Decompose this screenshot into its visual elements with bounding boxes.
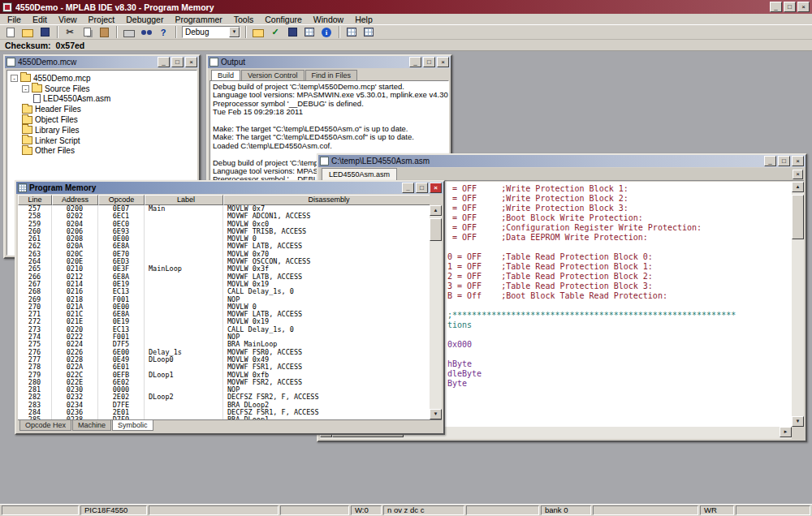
build-button[interactable]: ✓ xyxy=(267,26,283,39)
menu-debugger[interactable]: Debugger xyxy=(120,15,169,24)
program-memory-maximize-button[interactable]: □ xyxy=(416,183,428,193)
paste-button[interactable] xyxy=(96,26,112,39)
memory-row[interactable]: 25702000E07MainMOVLW 0x7 xyxy=(18,205,430,213)
menu-tools[interactable]: Tools xyxy=(228,15,260,24)
memory-row[interactable]: 28102300000NOP xyxy=(18,386,430,393)
scroll-up-icon[interactable]: ▲ xyxy=(792,182,804,192)
scroll-up-icon[interactable]: ▲ xyxy=(430,205,442,216)
program-memory-minimize-button[interactable]: _ xyxy=(402,183,414,193)
view-tab-machine[interactable]: Machine xyxy=(72,420,111,431)
view-tab-opcode-hex[interactable]: Opcode Hex xyxy=(19,420,71,431)
column-header-line[interactable]: Line xyxy=(18,195,52,205)
memory-row[interactable]: 2730220EC13CALL Delay_1s, 0 xyxy=(18,326,430,333)
project-window-maximize-button[interactable]: □ xyxy=(171,57,184,67)
memory-row[interactable]: 272021E0E19MOVLW 0x19 xyxy=(18,318,430,325)
memory-row[interactable]: 271021C6E8AMOVWF LATB, ACCESS xyxy=(18,311,430,318)
menu-view[interactable]: View xyxy=(53,15,83,24)
editor-window-close-button[interactable]: × xyxy=(792,156,804,166)
tree-item-object-files[interactable]: Object Files xyxy=(7,114,197,125)
column-header-label[interactable]: Label xyxy=(145,195,223,205)
about-button[interactable] xyxy=(318,26,335,39)
tree-item-led4550asm-asm[interactable]: LED4550Asm.asm xyxy=(7,94,197,105)
cut-button[interactable]: ✂ xyxy=(62,26,78,39)
memory-row[interactable]: 26102080E00MOVLW 0 xyxy=(18,235,430,243)
memory-row[interactable]: 25802026EC1MOVWF ADCON1, ACCESS xyxy=(18,213,430,220)
memory-vscroll-thumb[interactable] xyxy=(430,218,442,241)
memory-row[interactable]: 280022E6E02MOVWF FSR2, ACCESS xyxy=(18,379,430,386)
chevron-down-icon[interactable]: ▼ xyxy=(229,27,240,37)
menu-window[interactable]: Window xyxy=(308,15,349,24)
editor-window-titlebar[interactable]: C:\temp\LED4550Asm.asm _□× xyxy=(318,155,806,167)
tree-item-header-files[interactable]: Header Files xyxy=(7,104,197,114)
debug-mode-select[interactable]: Debug▼ xyxy=(182,26,240,38)
tree-item-source-files[interactable]: -Source Files xyxy=(7,84,197,94)
new-file-button[interactable] xyxy=(2,26,19,39)
memory-row[interactable]: 25902040EC0MOVLW 0xc0 xyxy=(18,221,430,228)
memory-row[interactable]: 27702280E49DLoop0MOVLW 0x49 xyxy=(18,356,430,363)
registers-button[interactable] xyxy=(343,26,360,39)
memory-row[interactable]: 263020C0E70MOVLW 0x70 xyxy=(18,251,430,258)
scroll-down-icon[interactable]: ▼ xyxy=(430,409,442,419)
memory-row[interactable]: 278022A6E01MOVWF FSR1, ACCESS xyxy=(18,363,430,371)
memory-table[interactable]: 25702000E07MainMOVLW 0x725802026EC1MOVWF… xyxy=(18,205,430,419)
copy-button[interactable] xyxy=(79,26,95,39)
program-memory-titlebar[interactable]: Program Memory _□× xyxy=(16,182,443,194)
menu-file[interactable]: File xyxy=(2,15,27,24)
save-file-button[interactable] xyxy=(37,26,53,39)
editor-close-button[interactable]: × xyxy=(793,170,803,179)
save-workspace-button[interactable] xyxy=(284,26,300,39)
tree-item-other-files[interactable]: Other Files xyxy=(7,146,197,157)
memory-row[interactable]: 2740222F001NOP xyxy=(18,333,430,341)
memory-row[interactable]: 2830234D7FEBRA DLoop2 xyxy=(18,402,430,409)
project-window-titlebar[interactable]: 4550Demo.mcw _□× xyxy=(5,56,199,68)
window-close-button[interactable]: × xyxy=(797,2,810,12)
scroll-down-icon[interactable]: ▼ xyxy=(792,416,804,427)
column-header-opcode[interactable]: Opcode xyxy=(98,195,145,205)
menu-project[interactable]: Project xyxy=(83,15,121,24)
memory-row[interactable]: 2690218F001NOP xyxy=(18,296,430,303)
editor-window-minimize-button[interactable]: _ xyxy=(764,156,776,166)
editor-window-maximize-button[interactable]: □ xyxy=(778,156,790,166)
output-window-close-button[interactable]: × xyxy=(437,57,449,67)
project-window-close-button[interactable]: × xyxy=(185,57,197,67)
column-header-disassembly[interactable]: Disassembly xyxy=(223,195,430,205)
memory-row[interactable]: 2680216EC13CALL Delay_1s, 0 xyxy=(18,288,430,295)
output-window-titlebar[interactable]: Output _□× xyxy=(208,56,451,68)
scroll-right-icon[interactable]: ► xyxy=(780,427,792,437)
view-tab-symbolic[interactable]: Symbolic xyxy=(112,420,153,431)
editor-vscroll[interactable]: ▲▼ xyxy=(792,182,804,427)
menu-configure[interactable]: Configure xyxy=(259,15,308,24)
memory-row[interactable]: 279022C0EFBDLoop1MOVLW 0xfb xyxy=(18,372,430,379)
collapse-icon[interactable]: - xyxy=(11,75,18,82)
memory-row[interactable]: 26002066E93MOVWF TRISB, ACCESS xyxy=(18,228,430,235)
menu-edit[interactable]: Edit xyxy=(27,15,53,24)
memory-row[interactable]: 270021A0E00MOVLW 0 xyxy=(18,303,430,311)
memory-row[interactable]: 28402362E01DECFSZ FSR1, F, ACCESS xyxy=(18,409,430,416)
project-window-minimize-button[interactable]: _ xyxy=(158,57,170,67)
tree-item-library-files[interactable]: Library Files xyxy=(7,125,197,135)
editor-file-tab[interactable]: LED4550Asm.asm xyxy=(322,168,397,180)
window-maximize-button[interactable]: □ xyxy=(784,2,796,12)
editor-vscroll-thumb[interactable] xyxy=(792,195,804,239)
menu-help[interactable]: Help xyxy=(349,15,378,24)
memory-row[interactable]: 264020E6ED3MOVWF OSCCON, ACCESS xyxy=(18,258,430,265)
memory-row[interactable]: 26602126E8AMOVWF LATB, ACCESS xyxy=(18,273,430,281)
memory-row[interactable]: 28202322E02DLoop2DECFSZ FSR2, F, ACCESS xyxy=(18,393,430,401)
memory-row[interactable]: 26502100E3FMainLoopMOVLW 0x3f xyxy=(18,265,430,273)
memory-row[interactable]: 27602266E00Delay_1sMOVWF FSR0, ACCESS xyxy=(18,349,430,356)
program-memory-button[interactable] xyxy=(301,26,317,39)
memory-row[interactable]: 262020A6E8AMOVWF LATB, ACCESS xyxy=(18,243,430,250)
find-button[interactable] xyxy=(138,26,154,39)
open-file-button[interactable] xyxy=(19,26,36,39)
output-window-minimize-button[interactable]: _ xyxy=(409,57,421,67)
tree-item-4550demo-mcp[interactable]: -4550Demo.mcp xyxy=(7,73,197,84)
output-tab-find-in-files[interactable]: Find in Files xyxy=(305,70,358,80)
title-bar[interactable]: 4550Demo - MPLAB IDE v8.30 - Program Mem… xyxy=(0,0,812,14)
program-memory-close-button[interactable]: × xyxy=(430,183,442,193)
open-project-button[interactable] xyxy=(250,26,266,39)
watch-button[interactable] xyxy=(361,26,377,39)
print-button[interactable] xyxy=(121,26,137,39)
tree-item-linker-script[interactable]: Linker Script xyxy=(7,135,197,146)
output-tab-build[interactable]: Build xyxy=(211,70,240,80)
memory-row[interactable]: 2750224D7F5BRA MainLoop xyxy=(18,341,430,348)
